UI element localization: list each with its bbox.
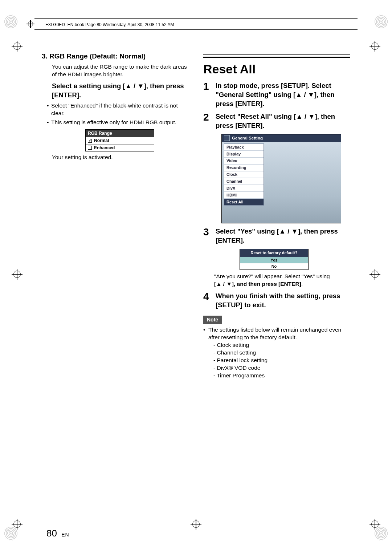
confirm-followup-dot: . (301, 281, 303, 287)
osd-option-enhanced: Enhanced (86, 144, 154, 151)
osd-menu-item-selected: Reset All (224, 199, 264, 205)
osd-menu-list: Playback Display Video Recording Clock C… (224, 143, 264, 206)
step-text: Select "Reset All" using [▲ / ▼], then p… (216, 112, 350, 130)
page-lang: EN (61, 532, 69, 538)
note-item: - Timer Programmes (213, 372, 350, 380)
step-1: 1 In stop mode, press [SETUP]. Select "G… (203, 81, 350, 109)
confirm-option-yes: Yes (240, 257, 308, 263)
registration-mark-icon (12, 41, 23, 52)
note-item: - Clock setting (213, 341, 350, 349)
osd-option-label: Enhanced (94, 145, 115, 151)
step-number: 4 (203, 292, 212, 310)
confirm-option-no: No (240, 263, 308, 270)
osd-option-label: Normal (94, 138, 109, 143)
osd-menu-item: HDMI (224, 192, 264, 199)
registration-mark-icon (12, 269, 23, 280)
confirm-question: Reset to factory default? (240, 249, 308, 257)
note-item: - Channel setting (213, 349, 350, 357)
step-number: 3 (203, 227, 212, 245)
page-number: 80 EN (46, 528, 69, 539)
confirm-followup-bold: [▲ / ▼], and then press (214, 281, 278, 287)
step-2: 2 Select "Reset All" using [▲ / ▼], then… (203, 112, 350, 130)
note-item: - DivX® VOD code (213, 364, 350, 372)
note-block: The settings listed below will remain un… (203, 326, 350, 379)
subsection-heading: Select a setting using [▲ / ▼], then pre… (52, 82, 189, 100)
page-number-value: 80 (46, 528, 57, 539)
checkbox-checked-icon: ✔ (88, 139, 92, 143)
step-text: In stop mode, press [SETUP]. Select "Gen… (216, 81, 350, 109)
page-frame: E3LG0ED_EN.book Page 80 Wednesday, April… (34, 18, 358, 394)
step-number: 1 (203, 81, 212, 109)
left-column: 3. RGB Range (Default: Normal) You can a… (42, 52, 189, 379)
content-area: 3. RGB Range (Default: Normal) You can a… (34, 30, 358, 394)
registration-mark-icon (369, 269, 380, 280)
checkbox-unchecked-icon (88, 146, 92, 150)
registration-mark-icon (191, 519, 201, 530)
osd-menu-item: Video (224, 158, 264, 165)
bullet-item: Select "Enhanced" if the black-white con… (47, 102, 189, 117)
right-column: Reset All 1 In stop mode, press [SETUP].… (203, 52, 350, 379)
note-lead-text: The settings listed below will remain un… (203, 326, 350, 341)
registration-mark-icon (12, 519, 23, 530)
crop-mark-icon (374, 15, 388, 29)
step-text: When you finish with the setting, press … (216, 292, 350, 310)
crop-mark-icon (4, 15, 18, 29)
osd-menu-item: Display (224, 151, 264, 158)
osd-menu-item: Playback (224, 144, 264, 151)
osd-menu-item: DivX (224, 185, 264, 192)
section-description: You can adjust the RGB range to make the… (52, 63, 189, 78)
osd-menu-title-text: General Setting (232, 136, 263, 140)
osd-option-normal: ✔ Normal (86, 137, 154, 144)
osd-title: RGB Range (86, 130, 154, 137)
osd-menu-item: Channel (224, 178, 264, 185)
settings-icon (224, 135, 230, 141)
osd-general-setting-menu: General Setting Playback Display Video R… (221, 134, 341, 223)
osd-menu-item: Clock (224, 171, 264, 178)
page-title: Reset All (203, 57, 350, 78)
section-heading: 3. RGB Range (Default: Normal) (42, 52, 189, 61)
confirmation-text: Your setting is activated. (52, 154, 189, 161)
registration-mark-icon (369, 519, 380, 530)
step-3: 3 Select "Yes" using [▲ / ▼], then press… (203, 227, 350, 245)
bullet-list: Select "Enhanced" if the black-white con… (47, 102, 189, 126)
osd-rgb-range-box: RGB Range ✔ Normal Enhanced (85, 129, 154, 151)
running-header-text: E3LG0ED_EN.book Page 80 Wednesday, April… (45, 22, 174, 27)
osd-menu-item: Recording (224, 165, 264, 171)
confirm-followup-enter: [ENTER] (278, 281, 301, 287)
osd-menu-title: General Setting (222, 134, 341, 142)
registration-mark-icon (26, 20, 34, 28)
confirm-followup-line1: "Are you sure?" will appear. Select "Yes… (214, 273, 350, 280)
note-badge: Note (203, 316, 222, 324)
running-header: E3LG0ED_EN.book Page 80 Wednesday, April… (34, 19, 358, 30)
confirm-followup-line2: [▲ / ▼], and then press [ENTER]. (214, 280, 350, 288)
registration-mark-icon (369, 41, 380, 52)
step-4: 4 When you finish with the setting, pres… (203, 292, 350, 310)
note-item: - Parental lock setting (213, 357, 350, 364)
step-text: Select "Yes" using [▲ / ▼], then press [… (216, 227, 350, 245)
step-number: 2 (203, 112, 212, 130)
osd-confirm-dialog: Reset to factory default? Yes No (240, 249, 309, 270)
bullet-item: This setting is effective only for HDMI … (47, 119, 189, 126)
